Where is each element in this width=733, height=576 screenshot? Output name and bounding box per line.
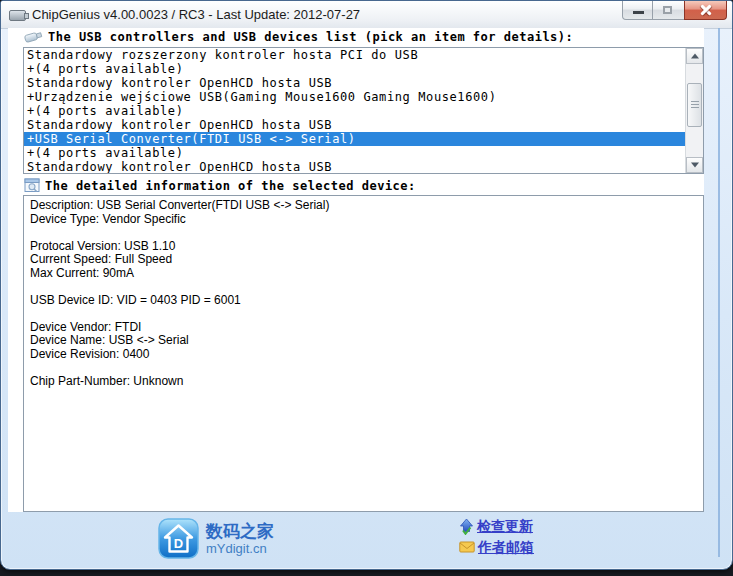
scroll-down-button[interactable] [686, 157, 703, 173]
device-details[interactable]: Description: USB Serial Converter(FTDI U… [23, 195, 704, 512]
mydigit-logo-title: 数码之家 [206, 523, 274, 541]
list-item[interactable]: Standardowy kontroler OpenHCD hosta USB [24, 118, 686, 132]
detail-line: Device Type: Vendor Specific [30, 213, 697, 227]
list-item[interactable]: Standardowy kontroler OpenHCD hosta USB [24, 160, 686, 173]
detail-line: Protocal Version: USB 1.10 [30, 240, 697, 254]
scroll-up-button[interactable] [686, 48, 703, 64]
details-header-label: The detailed information of the selected… [45, 179, 416, 193]
window-title: ChipGenius v4.00.0023 / RC3 - Last Updat… [32, 7, 360, 22]
list-item[interactable]: +Urządzenie wejściowe USB(Gaming Mouse16… [24, 90, 686, 104]
minimize-icon [633, 11, 644, 14]
window-magnifier-icon [24, 178, 40, 193]
detail-line: Chip Part-Number: Unknown [30, 375, 697, 389]
mydigit-logo[interactable]: D 数码之家 mYdigit.cn [158, 518, 274, 559]
list-item[interactable]: Standardowy rozszerzony kontroler hosta … [24, 48, 686, 62]
maximize-button[interactable] [653, 1, 684, 20]
content-panel: The USB controllers and USB devices list… [8, 28, 704, 512]
mydigit-logo-subtitle: mYdigit.cn [206, 541, 274, 556]
close-icon [685, 1, 726, 19]
detail-line [30, 307, 697, 321]
list-scrollbar[interactable] [685, 48, 703, 173]
detail-line: USB Device ID: VID = 0403 PID = 6001 [30, 294, 697, 308]
app-icon [9, 10, 26, 21]
device-list-header-label: The USB controllers and USB devices list… [48, 30, 573, 44]
device-list: Standardowy rozszerzony kontroler hosta … [24, 48, 686, 173]
device-list-header: The USB controllers and USB devices list… [24, 30, 573, 44]
thumb-grip-icon [691, 101, 699, 109]
device-list-box[interactable]: Standardowy rozszerzony kontroler hosta … [23, 47, 704, 174]
triangle-up-icon [691, 54, 699, 59]
check-update-link[interactable]: 检查更新 [459, 517, 534, 535]
author-email-label: 作者邮箱 [478, 538, 534, 556]
list-item[interactable]: +(4 ports available) [24, 62, 686, 76]
desktop-background: ChipGenius v4.00.0023 / RC3 - Last Updat… [0, 0, 733, 576]
mydigit-home-icon: D [158, 518, 199, 559]
device-details-text: Description: USB Serial Converter(FTDI U… [30, 199, 697, 388]
list-item[interactable]: +(4 ports available) [24, 146, 686, 160]
usb-drive-icon [24, 30, 43, 44]
detail-line: Max Current: 90mA [30, 267, 697, 281]
details-header: The detailed information of the selected… [24, 178, 416, 193]
check-update-label: 检查更新 [477, 517, 533, 535]
scroll-thumb[interactable] [687, 83, 702, 127]
detail-line [30, 361, 697, 375]
close-button[interactable] [684, 1, 727, 20]
window-controls [622, 1, 727, 20]
list-item[interactable]: +USB Serial Converter(FTDI USB <-> Seria… [24, 132, 686, 146]
detail-line: Current Speed: Full Speed [30, 253, 697, 267]
list-item[interactable]: Standardowy kontroler OpenHCD hosta USB [24, 76, 686, 90]
detail-line: Device Name: USB <-> Serial [30, 334, 697, 348]
detail-line: Device Vendor: FTDI [30, 321, 697, 335]
detail-line [30, 226, 697, 240]
detail-line: Device Revision: 0400 [30, 348, 697, 362]
footer-links: 检查更新 作者邮箱 [459, 517, 534, 556]
chipgenius-window: ChipGenius v4.00.0023 / RC3 - Last Updat… [0, 0, 733, 570]
maximize-icon [663, 6, 672, 14]
update-arrow-icon [459, 518, 474, 535]
triangle-down-icon [691, 163, 699, 168]
mail-icon [459, 541, 475, 553]
author-email-link[interactable]: 作者邮箱 [459, 538, 534, 556]
list-item[interactable]: +(4 ports available) [24, 104, 686, 118]
titlebar[interactable]: ChipGenius v4.00.0023 / RC3 - Last Updat… [1, 1, 732, 29]
detail-line: Description: USB Serial Converter(FTDI U… [30, 199, 697, 213]
minimize-button[interactable] [622, 1, 653, 20]
detail-line [30, 280, 697, 294]
svg-text:D: D [174, 536, 183, 551]
mydigit-logo-text: 数码之家 mYdigit.cn [206, 518, 274, 556]
